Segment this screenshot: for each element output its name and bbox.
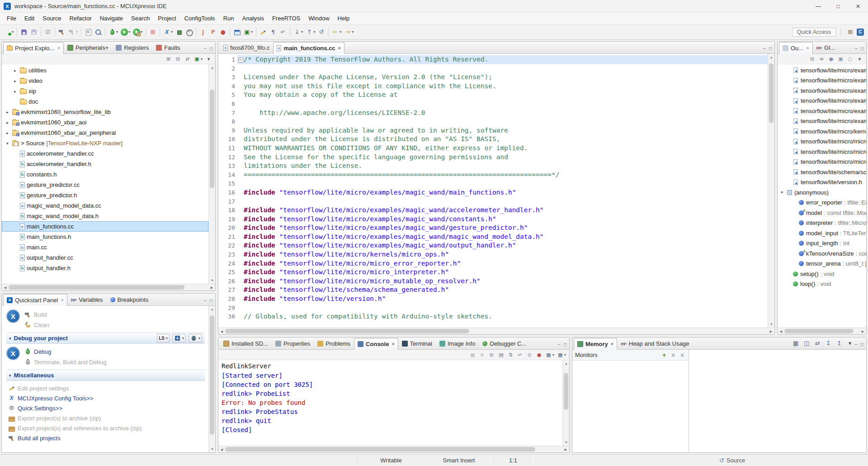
tree-item-main-functions-cc[interactable]: cmain_functions.cc <box>2 221 208 232</box>
menu-configtools[interactable]: ConfigTools <box>180 13 219 24</box>
pins-tool-button[interactable] <box>175 28 184 37</box>
dropdown-arrow-icon[interactable]: ▾ <box>76 30 78 34</box>
maximize-view-icon[interactable]: □ <box>861 46 863 51</box>
build-config-button[interactable]: ▣▾ <box>193 55 203 63</box>
quick-settings-action[interactable]: ⚙Quick Settings>> <box>8 404 208 413</box>
console-tab-installed-sd[interactable]: Installed SD... <box>220 338 272 349</box>
quickstart-tab-quickstart-panel[interactable]: XQuickstart Panel× <box>3 294 67 306</box>
outline-item-error-reporter[interactable]: error_reporter : tflite::ErrorReporter * <box>778 198 866 208</box>
export-project-s-and-references-to-archive-zip-action[interactable]: Export project(s) and references to arch… <box>8 423 208 433</box>
outline-item-setup[interactable]: setup() : void <box>778 269 866 279</box>
outline-item-input-length[interactable]: input_length : int <box>778 238 866 249</box>
outline-tab-ou[interactable]: Ou...× <box>779 42 813 54</box>
terminal-button[interactable] <box>232 28 241 37</box>
next-annotation-button[interactable]: ↓▾ <box>292 28 304 37</box>
code-line[interactable]: 6 <box>218 100 768 109</box>
scroll-right-icon[interactable]: ▶ <box>859 328 866 335</box>
word-wrap-console-button[interactable]: ↵ <box>516 351 524 359</box>
code-line[interactable]: 3Licensed under the Apache License, Vers… <box>218 73 768 82</box>
scroll-thumb[interactable] <box>210 90 214 188</box>
collapse-arrow-icon[interactable]: ▾ <box>5 141 10 146</box>
scroll-lock-button[interactable]: ⇅ <box>506 351 515 359</box>
outline-item-tensorflow-lite-micro-micro-interpreter-h[interactable]: tensorflow/lite/micro/micro_interpreter.… <box>778 147 866 157</box>
tree-item-utilities[interactable]: ▸utilities <box>2 65 208 76</box>
code-line[interactable]: 18#include "tensorflow/lite/micro/exampl… <box>218 206 768 215</box>
code-line[interactable]: 24#include "tensorflow/lite/micro/micro_… <box>218 259 768 268</box>
outline-item-tensorflow-lite-micro-examples-magic-wand-output-handler-h[interactable]: tensorflow/lite/micro/examples/magic_wan… <box>778 116 866 127</box>
tree-item-accelerometer-handler-h[interactable]: haccelerometer_handler.h <box>2 159 208 169</box>
tree-item-evkmimxrt1060-xbar-aoi[interactable]: ▸evkmimxrt1060_xbar_aoi <box>2 117 208 128</box>
scroll-right-icon[interactable]: ▶ <box>562 446 569 453</box>
external-tools-button[interactable]: ▾ <box>132 28 143 37</box>
scroll-left-icon[interactable]: ◀ <box>2 284 9 291</box>
outline-item-tensorflow-lite-micro-micro-error-reporter-h[interactable]: tensorflow/lite/micro/micro_error_report… <box>778 137 866 147</box>
memory-view-menu-button[interactable]: ▾ <box>845 339 854 348</box>
menu-file[interactable]: File <box>3 13 20 24</box>
tree-item-gesture-predictor-cc[interactable]: cgesture_predictor.cc <box>2 180 208 190</box>
tree-item-magic-wand-model-data-cc[interactable]: cmagic_wand_model_data.cc <box>2 200 208 211</box>
previous-annotation-button[interactable]: ↑▾ <box>305 28 316 37</box>
memory-renderings-pane[interactable] <box>689 350 866 452</box>
menu-source[interactable]: Source <box>38 13 65 24</box>
dropdown-arrow-icon[interactable]: ▾ <box>340 30 341 34</box>
attach-debug-button[interactable]: ▾ <box>172 334 186 342</box>
code-line[interactable]: 30// Globals, used for compatibility wit… <box>218 312 768 321</box>
remove-launch-button[interactable]: × <box>478 351 486 359</box>
minimize-view-icon[interactable]: − <box>558 342 561 347</box>
dropdown-arrow-icon[interactable]: ▾ <box>171 30 173 34</box>
scroll-track[interactable] <box>225 328 768 334</box>
scroll-left-icon[interactable]: ◀ <box>218 446 225 453</box>
outline-item-tensor-arena[interactable]: tensor_arena : uint8_t [kTensorArenaSize… <box>778 259 866 269</box>
outline-item-tensorflow-lite-version-h[interactable]: tensorflow/lite/version.h <box>778 177 866 188</box>
scroll-left-icon[interactable]: ◀ <box>778 328 784 335</box>
hide-static-members-button[interactable]: ▣ <box>836 55 845 63</box>
clean-build-button[interactable]: ▾ <box>67 28 79 37</box>
dropdown-arrow-icon[interactable]: ▾ <box>313 30 315 34</box>
tree-item-gesture-predictor-h[interactable]: hgesture_predictor.h <box>2 190 208 200</box>
minimize-view-icon[interactable]: − <box>855 342 858 347</box>
mcuxpresso-config-tools-action[interactable]: XMCUXpresso Config Tools>> <box>8 394 208 403</box>
new-c-file-button[interactable]: c <box>84 28 93 37</box>
pin-console-button[interactable]: ⊙ <box>525 351 534 359</box>
code-line[interactable]: 14======================================… <box>218 171 768 180</box>
expand-arrow-icon[interactable]: ▸ <box>5 131 10 135</box>
console-tab-console[interactable]: Console× <box>354 338 398 350</box>
add-memory-monitor-button[interactable]: + <box>661 352 667 358</box>
code-line[interactable]: 5You may obtain a copy of the License at <box>218 90 768 100</box>
show-whitespace-button[interactable]: ¶ <box>269 28 278 37</box>
remove-all-memory-monitors-button[interactable]: × <box>679 352 685 358</box>
dropdown-arrow-icon[interactable]: ▾ <box>251 30 253 34</box>
terminate-build-and-debug-action[interactable]: Terminate, Build and Debug <box>24 357 106 367</box>
minimize-view-icon[interactable]: − <box>763 46 766 51</box>
run-button[interactable]: ▾ <box>120 28 131 37</box>
dropdown-arrow-icon[interactable]: ▾ <box>564 353 566 357</box>
open-perspective-button[interactable]: ⊞ <box>846 28 855 37</box>
save-all-button[interactable] <box>29 28 38 37</box>
menu-freertos[interactable]: FreeRTOS <box>268 13 304 24</box>
close-tab-icon[interactable]: × <box>57 45 60 51</box>
hide-fields-button[interactable]: ● <box>827 55 835 63</box>
tree-item-magic-wand-model-data-h[interactable]: hmagic_wand_model_data.h <box>2 211 208 221</box>
scroll-up-icon[interactable]: ▲ <box>768 54 774 61</box>
code-line[interactable]: 22#include "tensorflow/lite/micro/exampl… <box>218 241 768 250</box>
view-menu-button[interactable]: ▾ <box>855 55 864 63</box>
editor-horizontal-scrollbar[interactable]: ◀▶ <box>218 328 774 334</box>
project-explorer-tab-project-explo[interactable]: Project Explo...× <box>3 42 64 54</box>
word-wrap-button[interactable]: ↵ <box>278 28 288 37</box>
expand-arrow-icon[interactable]: ▸ <box>5 120 10 125</box>
code-line[interactable]: 15 <box>218 179 768 188</box>
close-tab-icon[interactable]: × <box>611 341 613 347</box>
disconnect-button[interactable]: ● <box>535 351 543 359</box>
console-tab-terminal[interactable]: Terminal <box>398 338 436 349</box>
dropdown-arrow-icon[interactable]: ▾ <box>141 30 142 34</box>
minimize-view-icon[interactable]: − <box>204 46 207 51</box>
dropdown-arrow-icon[interactable]: ▾ <box>182 336 184 340</box>
tree-item-output-handler-cc[interactable]: coutput_handler.cc <box>2 252 208 263</box>
code-line[interactable]: 11WITHOUT WARRANTIES OR CONDITIONS OF AN… <box>218 144 768 153</box>
dropdown-arrow-icon[interactable]: ▾ <box>166 336 168 340</box>
code-line[interactable]: 1/* Copyright 2019 The TensorFlow Author… <box>218 55 768 64</box>
close-window-button[interactable]: ✕ <box>848 0 868 12</box>
maximize-view-icon[interactable]: □ <box>210 46 212 51</box>
scroll-track[interactable] <box>209 71 215 277</box>
code-line[interactable]: 19#include "tensorflow/lite/micro/exampl… <box>218 215 768 224</box>
